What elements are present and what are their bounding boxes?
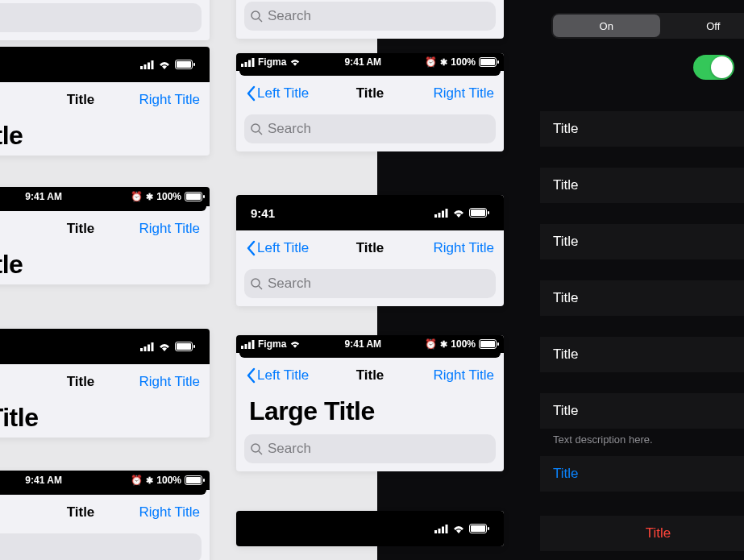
chevron-left-icon <box>246 367 256 384</box>
search-bar[interactable]: arch <box>0 533 202 560</box>
status-bar: Figma 9:41 AM ⏰ ✱ 100% <box>236 53 504 71</box>
nav-back-label: Left Title <box>257 85 309 102</box>
design-canvas: Title Right Title e Title 9:41 AM ⏰ ✱ 10… <box>0 0 744 560</box>
status-bar: Figma 9:41 AM ⏰ ✱ 100% <box>236 335 504 353</box>
svg-rect-12 <box>140 348 143 351</box>
battery-icon <box>175 342 195 351</box>
svg-point-49 <box>251 444 260 452</box>
svg-rect-25 <box>245 62 247 67</box>
carrier-name: Figma <box>258 56 286 68</box>
search-placeholder: Search <box>268 8 311 24</box>
list-row[interactable]: Title <box>540 168 744 203</box>
nav-right-action[interactable]: Right Title <box>384 240 494 256</box>
svg-rect-10 <box>186 193 201 200</box>
svg-rect-3 <box>144 64 147 69</box>
row-label: Title <box>646 525 671 541</box>
nav-title: Title <box>356 85 384 102</box>
row-label: Title <box>553 177 579 193</box>
battery-icon <box>469 524 489 533</box>
nav-right-action[interactable]: Right Title <box>384 367 494 384</box>
segment-on[interactable]: On <box>553 15 660 37</box>
svg-rect-2 <box>140 66 143 69</box>
signal-icon <box>241 340 255 349</box>
row-label: Title <box>553 121 579 137</box>
mid-frame-figma-large: Figma 9:41 AM ⏰ ✱ 100% Left Title Title … <box>236 335 504 471</box>
nav-bar: Left Title Title Right Title <box>236 358 504 393</box>
nav-bar: Title Right Title <box>0 495 210 530</box>
svg-point-40 <box>251 279 260 287</box>
segment-off[interactable]: Off <box>660 15 745 37</box>
large-title: Large Title <box>236 393 504 431</box>
status-bar-notch <box>0 47 210 82</box>
wifi-icon <box>452 209 465 218</box>
mid-frame-notch-bottom: 9:41 <box>236 511 504 546</box>
row-label: Title <box>553 403 579 419</box>
search-bar[interactable]: Search <box>244 434 496 463</box>
list-row-destructive[interactable]: Title <box>540 516 744 551</box>
search-icon <box>251 443 263 455</box>
status-time: 9:41 AM <box>25 191 62 202</box>
signal-icon <box>140 60 154 69</box>
svg-rect-39 <box>488 211 489 214</box>
nav-right-action[interactable]: Right Title <box>94 92 200 108</box>
list-row[interactable]: Title <box>540 337 744 372</box>
status-time: 9:41 AM <box>345 338 382 350</box>
nav-right-action[interactable]: Right Title <box>384 85 494 102</box>
row-description: Text description here. <box>553 433 653 446</box>
svg-line-23 <box>259 19 262 22</box>
list-row-link[interactable]: Title <box>540 456 744 492</box>
search-bar[interactable]: Search <box>244 114 496 143</box>
signal-icon <box>434 209 448 218</box>
svg-rect-7 <box>177 61 191 68</box>
status-bar-notch: 9:41 <box>236 195 504 230</box>
status-bar: 9:41 AM ⏰ ✱ 100% <box>0 187 210 206</box>
svg-rect-54 <box>446 525 448 533</box>
nav-bar: Left Title Title Right Title <box>236 76 504 111</box>
light-frame-notch-1: Title Right Title e Title <box>0 47 210 156</box>
svg-rect-42 <box>241 346 243 349</box>
large-title: ge Title <box>0 400 210 438</box>
battery-text: 100% <box>451 338 476 350</box>
nav-bar: Left Title Title Right Title <box>236 230 504 266</box>
mid-frame-notch-1: 9:41 Left Title Title Right Title Search <box>236 195 504 306</box>
row-label: Title <box>553 466 579 482</box>
svg-line-32 <box>259 131 262 135</box>
nav-back[interactable]: Left Title <box>246 367 356 384</box>
toggle-switch[interactable] <box>693 55 734 80</box>
signal-icon <box>434 525 448 533</box>
nav-right-action[interactable]: Right Title <box>94 374 200 390</box>
svg-rect-29 <box>480 59 495 65</box>
list-row[interactable]: Title <box>540 280 744 316</box>
svg-rect-44 <box>248 342 251 349</box>
wifi-icon <box>289 340 301 348</box>
search-icon <box>251 10 263 23</box>
svg-line-41 <box>259 286 262 289</box>
svg-rect-56 <box>471 525 485 532</box>
battery-icon <box>469 208 489 218</box>
svg-rect-30 <box>497 60 499 64</box>
nav-title: Title <box>356 240 384 256</box>
row-label: Title <box>553 346 579 363</box>
search-bar[interactable] <box>0 3 202 32</box>
search-bar[interactable]: Search <box>244 2 496 31</box>
svg-rect-47 <box>480 341 495 347</box>
svg-rect-8 <box>193 63 195 66</box>
svg-rect-5 <box>152 60 154 69</box>
nav-back[interactable]: Left Title <box>246 85 356 102</box>
search-placeholder: Search <box>268 441 311 457</box>
battery-icon <box>479 57 499 67</box>
segmented-control[interactable]: On Off <box>551 13 744 39</box>
light-frame-notch-2: Title Right Title ge Title <box>0 329 210 438</box>
list-row[interactable]: Title <box>540 393 744 429</box>
svg-rect-52 <box>439 529 441 533</box>
svg-rect-24 <box>241 64 243 67</box>
alarm-icon: ⏰ <box>131 475 143 486</box>
svg-rect-26 <box>248 60 251 67</box>
list-row[interactable]: Title <box>540 111 744 147</box>
search-bar[interactable]: Search <box>244 269 496 298</box>
light-frame-status-1: 9:41 AM ⏰ ✱ 100% Title Right Title e Tit… <box>0 187 210 284</box>
nav-back[interactable]: Left Title <box>246 240 356 256</box>
nav-right-action[interactable]: Right Title <box>94 221 200 237</box>
nav-right-action[interactable]: Right Title <box>94 504 200 521</box>
list-row[interactable]: Title <box>540 224 744 259</box>
